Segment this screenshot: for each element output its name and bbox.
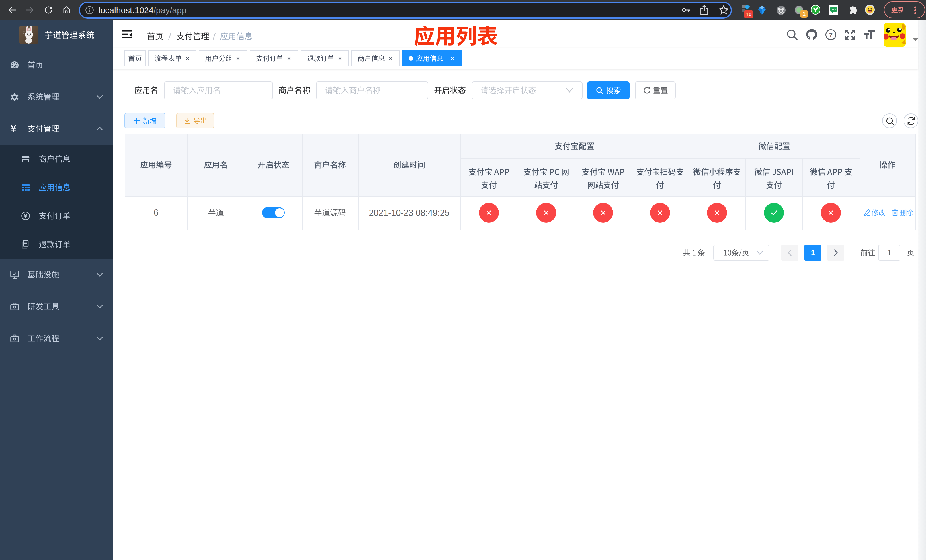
svg-text:10: 10 [746, 11, 752, 17]
svg-text:?: ? [829, 31, 832, 38]
svg-text:1: 1 [802, 11, 805, 17]
